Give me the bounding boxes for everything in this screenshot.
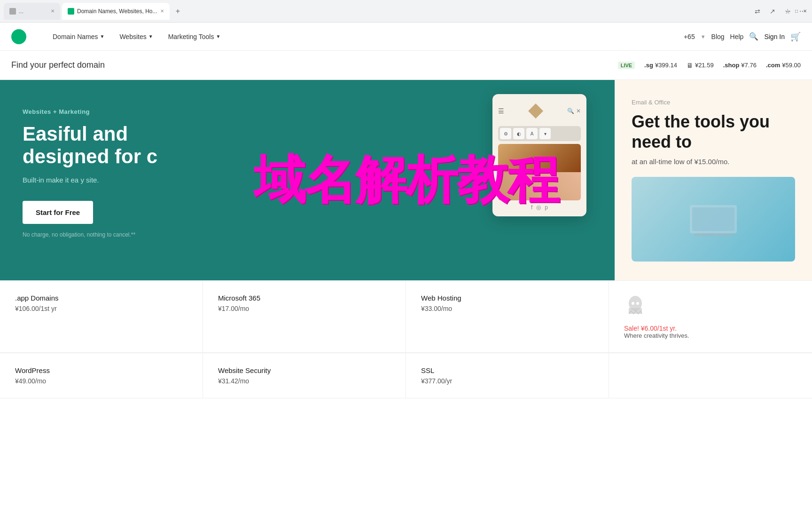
product-cell-0[interactable]: .app Domains ¥106.00/1st yr xyxy=(0,281,203,353)
phone-number[interactable]: +65 xyxy=(684,33,695,40)
product-cell-r2-1[interactable]: Website Security ¥31.42/mo xyxy=(203,353,406,398)
close-button[interactable]: ✕ xyxy=(802,8,808,15)
search-icon[interactable]: 🔍 xyxy=(749,32,758,41)
special-tagline: Where creativity thrives. xyxy=(624,332,689,339)
product-name-2: Web Hosting xyxy=(421,294,593,302)
nav-label-marketing: Marketing Tools xyxy=(168,33,214,40)
nav-label-domains: Domain Names xyxy=(53,33,98,40)
new-tab-button[interactable]: + xyxy=(172,5,185,18)
special-sale-price: Sale! ¥6.00/1st yr. xyxy=(624,325,677,332)
product-price-r2-0: ¥49.00/mo xyxy=(15,377,187,385)
tab-label-inactive: ... xyxy=(19,8,23,15)
product-price-0: ¥106.00/1st yr xyxy=(15,305,187,312)
product-price-2: ¥33.00/mo xyxy=(421,305,593,312)
logo-icon xyxy=(11,29,26,44)
tab-favicon xyxy=(9,8,16,15)
ticker-item-2: .shop ¥7.76 xyxy=(723,62,757,69)
instagram-icon: ◎ xyxy=(536,204,541,211)
mockup-logo-area xyxy=(528,103,543,119)
product-cell-r2-0[interactable]: WordPress ¥49.00/mo xyxy=(0,353,203,398)
nav-item-domains[interactable]: Domain Names ▼ xyxy=(45,29,112,44)
product-cell-1[interactable]: Microsoft 365 ¥17.00/mo xyxy=(203,281,406,353)
domain-search-bar: Find your perfect domain LIVE .sg ¥399.1… xyxy=(0,51,812,80)
mockup-tool-chevron: ▾ xyxy=(539,128,551,139)
products-grid-row2: WordPress ¥49.00/mo Website Security ¥31… xyxy=(0,353,812,398)
domain-search-placeholder[interactable]: Find your perfect domain xyxy=(11,60,105,70)
mockup-image-bottom xyxy=(498,172,581,200)
mockup-toolbar: ⚙ ◐ A ▾ xyxy=(498,126,581,141)
mockup-social-icons: f ◎ p xyxy=(498,204,581,211)
pinterest-icon: p xyxy=(545,204,548,211)
translate-icon[interactable]: ⇄ xyxy=(752,6,763,17)
mockup-search-icon: 🔍 xyxy=(567,108,574,114)
hero-subtitle: Built-in make it ea y site. xyxy=(23,176,211,184)
mockup-tool-color: ◐ xyxy=(513,128,524,139)
email-panel-image xyxy=(632,177,795,262)
ticker-price-0: ¥399.14 xyxy=(655,62,677,69)
mockup-content-area xyxy=(498,144,581,200)
mockup-close-icon: ✕ xyxy=(576,108,581,114)
facebook-icon: f xyxy=(531,204,532,211)
main-content: Websites + Marketing Eas​iful anddesigne… xyxy=(0,80,812,280)
svg-point-5 xyxy=(632,302,634,305)
svg-rect-2 xyxy=(695,233,732,236)
ticker-tld-0: .sg xyxy=(644,62,653,69)
product-name-1: Microsoft 365 xyxy=(218,294,390,302)
mockup-tool-settings: ⚙ xyxy=(500,128,511,139)
maximize-button[interactable]: □ xyxy=(793,8,800,15)
ticker-tld-3: .com xyxy=(766,62,780,69)
product-name-r2-0: WordPress xyxy=(15,366,187,374)
browser-tab-active[interactable]: Domain Names, Websites, Ho... ✕ xyxy=(62,3,170,20)
email-office-panel: Email & Office Get the tools you need to… xyxy=(615,80,812,280)
hero-title: Eas​iful anddesigned for c xyxy=(23,123,258,168)
start-free-button[interactable]: Start for Free xyxy=(23,201,93,224)
share-icon[interactable]: ↗ xyxy=(767,6,778,17)
mockup-header: ☰ 🔍 ✕ xyxy=(498,100,581,122)
ticker-item-0: .sg ¥399.14 xyxy=(644,62,677,69)
ticker-price-2: ¥7.76 xyxy=(741,62,757,69)
nav-chevron-domains: ▼ xyxy=(100,34,104,39)
svg-rect-1 xyxy=(692,207,734,231)
ghost-icon xyxy=(624,294,647,317)
mockup-top-icons: 🔍 ✕ xyxy=(567,108,581,114)
sign-in-button[interactable]: Sign In xyxy=(764,33,785,40)
svg-point-6 xyxy=(636,302,639,305)
email-panel-price: at an all-time low of ¥15.00/mo. xyxy=(632,158,795,166)
nav-chevron-websites: ▼ xyxy=(148,34,153,39)
mockup-tool-font: A xyxy=(526,128,538,139)
products-grid: .app Domains ¥106.00/1st yr Microsoft 36… xyxy=(0,280,812,353)
nav-chevron-marketing: ▼ xyxy=(216,34,220,39)
main-nav: Domain Names ▼ Websites ▼ Marketing Tool… xyxy=(45,29,228,44)
site-logo[interactable] xyxy=(11,29,30,44)
product-name-r2-1: Website Security xyxy=(218,366,390,374)
tab-close-inactive[interactable]: ✕ xyxy=(51,8,55,14)
ticker-price-1: ¥21.59 xyxy=(695,62,714,69)
tab-title-active: Domain Names, Websites, Ho... xyxy=(77,8,157,15)
product-name-0: .app Domains xyxy=(15,294,187,302)
product-price-r2-1: ¥31.42/mo xyxy=(218,377,390,385)
product-cell-r2-empty xyxy=(609,353,812,398)
header-blog-link[interactable]: Blog xyxy=(711,33,725,40)
ticker-icon-1: 🖥 xyxy=(687,62,693,69)
ticker-tld-2: .shop xyxy=(723,62,740,69)
hero-title-text: Eas​iful anddesigned for c xyxy=(23,123,157,167)
nav-item-marketing[interactable]: Marketing Tools ▼ xyxy=(161,29,228,44)
ticker-item-3: .com ¥59.00 xyxy=(766,62,801,69)
mockup-diamond-logo xyxy=(528,103,543,119)
product-cell-r2-2[interactable]: SSL ¥377.00/yr xyxy=(406,353,609,398)
product-price-1: ¥17.00/mo xyxy=(218,305,390,312)
header-right: +65 ▼ Blog Help 🔍 Sign In 🛒 xyxy=(684,32,801,42)
email-panel-title: Get the tools you need to xyxy=(632,111,795,152)
special-product-icon xyxy=(624,294,647,321)
header-help-link[interactable]: Help xyxy=(730,33,744,40)
minimize-button[interactable]: — xyxy=(785,8,791,15)
mockup-image-top xyxy=(498,144,581,172)
product-name-r2-2: SSL xyxy=(421,366,593,374)
tab-close-active[interactable]: ✕ xyxy=(160,8,164,14)
live-badge: LIVE xyxy=(618,62,635,69)
product-cell-2[interactable]: Web Hosting ¥33.00/mo xyxy=(406,281,609,353)
product-cell-special[interactable]: Sale! ¥6.00/1st yr. Where creativity thr… xyxy=(609,281,812,353)
cart-icon[interactable]: 🛒 xyxy=(790,32,801,42)
browser-tab-inactive[interactable]: ... ✕ xyxy=(4,3,60,20)
nav-item-websites[interactable]: Websites ▼ xyxy=(112,29,160,44)
